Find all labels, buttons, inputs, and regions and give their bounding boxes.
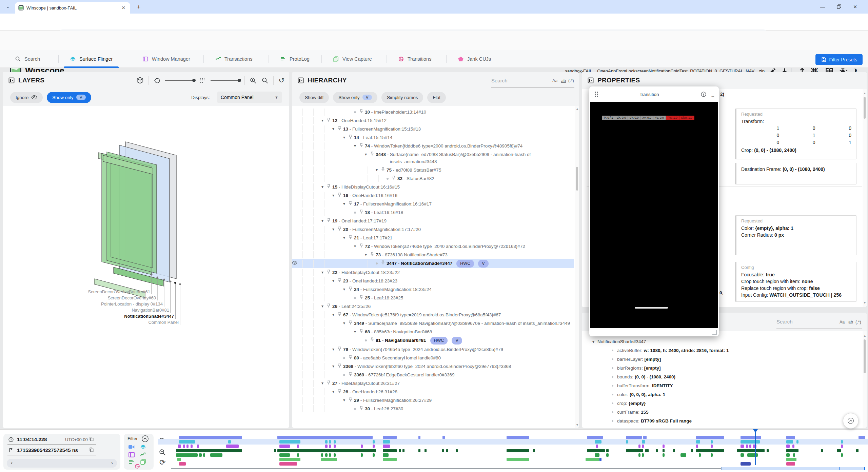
property-row[interactable]: color:(0, 0, 0), alpha: 1 xyxy=(612,392,665,397)
state-scrollbar[interactable]: ▲ xyxy=(863,331,867,428)
timeline-track[interactable] xyxy=(171,449,865,452)
rect-label[interactable]: NavigationBar0#81 xyxy=(61,308,169,313)
expand-arrow-icon[interactable]: ▾ xyxy=(590,339,597,344)
timeline-reset-zoom-icon[interactable]: ⟳ xyxy=(159,458,165,467)
tree-row[interactable]: ▾15 - HideDisplayCutout:16:16#15 xyxy=(292,183,574,191)
tree-row[interactable]: ▾67 - WindowToken{e5176f9 type=2019 andr… xyxy=(292,311,574,319)
regex-icon[interactable]: (.*) xyxy=(568,78,574,83)
pin-icon[interactable] xyxy=(348,135,353,139)
filter-presets-button[interactable]: Filter Presets xyxy=(815,54,863,65)
zoom-in-icon[interactable] xyxy=(250,77,257,84)
expand-arrow-icon[interactable]: ▾ xyxy=(319,380,326,387)
expand-arrow-icon[interactable]: ▾ xyxy=(341,234,348,241)
screen-recording-filter-icon[interactable] xyxy=(129,445,135,449)
tree-row[interactable]: ▾20 - FullscreenMagnification:17:17#20 xyxy=(292,225,574,234)
show-only-v-chip[interactable]: Show only V xyxy=(47,92,91,103)
pin-icon[interactable] xyxy=(337,126,342,131)
match-case-icon[interactable]: Aa xyxy=(840,320,845,324)
tree-row[interactable]: ▾16 - OneHanded:16:16#16 xyxy=(292,191,574,200)
tree-row[interactable]: ▾26 - Leaf:24:25#26 xyxy=(292,302,574,311)
tab-view-capture[interactable]: View Capture xyxy=(324,50,381,68)
pin-icon[interactable] xyxy=(359,210,363,214)
property-row[interactable]: bounds:(0, 0) - (1080, 2400) xyxy=(612,374,675,379)
pin-icon[interactable] xyxy=(327,380,331,385)
pin-icon[interactable] xyxy=(370,152,374,156)
spacing-slider-icon[interactable] xyxy=(199,77,206,84)
timeline-track[interactable] xyxy=(171,440,865,444)
collapse-filter-icon[interactable] xyxy=(141,435,149,442)
timeline-tracks[interactable] xyxy=(171,434,865,471)
tree-row[interactable]: ▾23 - OneHanded:18:23#23 xyxy=(292,277,574,285)
expand-arrow-icon[interactable]: ▾ xyxy=(341,286,348,293)
property-row[interactable]: barrierLayer:[empty] xyxy=(612,357,661,362)
drag-handle-icon[interactable] xyxy=(594,91,599,98)
pin-icon[interactable] xyxy=(348,287,353,291)
visibility-eye-icon[interactable] xyxy=(292,260,297,266)
resize-handle[interactable] xyxy=(712,330,717,335)
expand-arrow-icon[interactable]: ▾ xyxy=(330,192,337,199)
pin-icon[interactable] xyxy=(348,397,353,402)
window-minimize-button[interactable]: — xyxy=(815,0,830,14)
expand-arrow-icon[interactable]: ▾ xyxy=(319,217,326,224)
timeline-zoom-window[interactable] xyxy=(721,467,865,470)
collapse-panel-icon[interactable] xyxy=(8,77,15,84)
rect-label[interactable]: ScreenDecorOverlay#60 xyxy=(47,295,156,300)
tab-protolog[interactable]: ProtoLog xyxy=(271,50,318,68)
pin-icon[interactable] xyxy=(337,363,342,368)
timeline-zoom-out-icon[interactable] xyxy=(159,449,166,456)
tree-row[interactable]: ▾21 - Leaf:17:17#21 xyxy=(292,234,574,242)
prev-frame-button[interactable]: ‹ xyxy=(11,460,13,466)
expand-arrow-icon[interactable]: ▾ xyxy=(341,134,348,141)
match-case-icon[interactable]: Aa xyxy=(552,78,557,83)
pin-icon[interactable] xyxy=(359,243,363,248)
zoom-out-icon[interactable] xyxy=(261,77,269,84)
pin-icon[interactable] xyxy=(348,235,353,239)
tree-row[interactable]: ▾19 - OneHanded:17:17#19 xyxy=(292,217,574,225)
protolog-filter-icon[interactable] xyxy=(129,459,135,464)
expand-arrow-icon[interactable]: ▾ xyxy=(330,346,337,353)
human-time[interactable]: 11:04:14.228 xyxy=(17,436,47,442)
ns-timestamp[interactable]: 1715339054227572545 ns xyxy=(17,447,78,453)
next-frame-button[interactable]: › xyxy=(111,460,113,466)
transactions-filter-icon[interactable] xyxy=(140,452,146,457)
pin-icon[interactable] xyxy=(359,295,363,299)
expand-arrow-icon[interactable]: ▾ xyxy=(341,320,348,327)
info-icon[interactable] xyxy=(701,91,707,97)
tree-row[interactable]: ▾75 - ed70f88 StatusBar#75 xyxy=(292,166,574,174)
browser-tab[interactable]: Winscope | sandbox-FAIL ✕ xyxy=(15,2,130,14)
expand-arrow-icon[interactable]: ▾ xyxy=(330,277,337,284)
expand-arrow-icon[interactable]: ▾ xyxy=(330,388,337,395)
show-diff-chip[interactable]: Show diff xyxy=(299,92,329,103)
tree-row[interactable]: 3447 - NotificationShade#3447HWCV xyxy=(292,259,574,268)
pin-icon[interactable] xyxy=(370,252,374,256)
match-word-icon[interactable]: ab xyxy=(848,320,853,324)
expand-arrow-icon[interactable]: ▾ xyxy=(319,269,326,276)
tree-row[interactable]: 82 - StatusBar#82 xyxy=(292,174,574,183)
pin-icon[interactable] xyxy=(337,312,342,316)
property-row[interactable]: blurRegions:[empty] xyxy=(612,366,661,371)
timeline-track[interactable] xyxy=(171,462,865,466)
pin-icon[interactable] xyxy=(370,337,374,342)
ignore-visibility-chip[interactable]: Ignore xyxy=(10,92,43,103)
tree-row[interactable]: ▾3368 - WindowToken{f6b2f60 type=2024 an… xyxy=(292,362,574,371)
tab-close-icon[interactable]: ✕ xyxy=(120,5,127,11)
expand-arrow-icon[interactable]: ▾ xyxy=(319,303,326,310)
minimize-overlay-icon[interactable]: _ xyxy=(711,92,714,97)
tree-row[interactable]: ▾68 - 885b63e NavigationBar0#68 xyxy=(292,328,574,336)
tree-row[interactable]: ▾28 - OneHanded:26:31#28 xyxy=(292,388,574,396)
screen-recording-overlay[interactable]: transition _ P: 0 / 1dX: 0.0dY: 0.0Xv: 0… xyxy=(589,86,719,336)
tab-transactions[interactable]: Transactions xyxy=(206,50,261,68)
pin-icon[interactable] xyxy=(337,278,342,282)
tree-row[interactable]: ▾73 - 8736138 NotificationShade#73 xyxy=(292,251,574,259)
pin-icon[interactable] xyxy=(348,201,353,205)
rect-label[interactable]: Common Panel xyxy=(70,320,179,325)
property-row[interactable]: currFrame:155 xyxy=(612,410,649,415)
tree-row[interactable]: ▾27 - HideDisplayCutout:26:31#27 xyxy=(292,379,574,388)
pin-icon[interactable] xyxy=(327,270,331,274)
collapse-panel-icon[interactable] xyxy=(587,77,594,84)
pin-icon[interactable] xyxy=(327,218,331,222)
timeline-cursor[interactable] xyxy=(755,432,756,465)
pin-icon[interactable] xyxy=(348,372,353,376)
expand-arrow-icon[interactable]: ▾ xyxy=(362,251,369,258)
pin-icon[interactable] xyxy=(327,118,331,122)
